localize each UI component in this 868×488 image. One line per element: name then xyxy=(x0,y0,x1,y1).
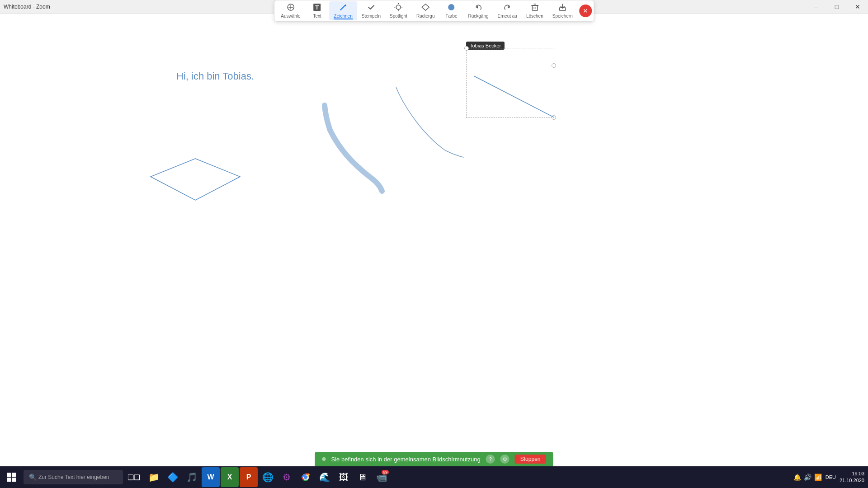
svg-text:T: T xyxy=(316,4,319,11)
canvas-text: Hi, ich bin Tobias. xyxy=(176,70,254,82)
start-button[interactable] xyxy=(2,467,22,487)
taskbar-time: 19:03 xyxy=(852,470,864,477)
taskbar-app-icons: 📁 🔷 🎵 W X P 🌐 ⚙ 🌊 🖼 🖥 📹 69 xyxy=(145,467,391,487)
toolbar-zeichnen-button[interactable]: Zeichnen xyxy=(330,1,357,20)
toolbar-auswahl-button[interactable]: Auswähle xyxy=(276,1,305,20)
taskbar-right: 🔔 🔊 📶 DEU 19:03 21.10.2020 xyxy=(790,466,868,488)
toolbar-stempeln-button[interactable]: Stempeln xyxy=(357,1,385,20)
taskbar-icon-edge[interactable]: 🌊 xyxy=(316,467,334,487)
svg-marker-21 xyxy=(151,159,240,200)
zoom-badge: 69 xyxy=(382,470,389,474)
screenshare-message: Sie befinden sich in der gemeinsamen Bil… xyxy=(331,456,481,463)
toolbar-spotlight-button[interactable]: Spotlight xyxy=(385,1,412,20)
toolbar-erneut-button[interactable]: Erneut au xyxy=(493,1,522,20)
taskbar-icon-excel[interactable]: X xyxy=(221,467,239,487)
taskbar-search[interactable]: 🔍 Zur Suche Text hier eingeben xyxy=(24,470,123,484)
svg-point-5 xyxy=(396,5,401,9)
toolbar-radieren-button[interactable]: Radiergu xyxy=(412,1,439,20)
toolbar-close-button[interactable]: ✕ xyxy=(579,5,592,17)
screenshare-notification: Sie befinden sich in der gemeinsamen Bil… xyxy=(315,452,553,466)
stempeln-icon xyxy=(367,3,375,13)
radieren-icon xyxy=(421,3,429,13)
selection-handle-br[interactable] xyxy=(552,115,556,120)
taskbar-icon-powerpoint[interactable]: P xyxy=(240,467,258,487)
toolbar-speichern-button[interactable]: Speichern xyxy=(548,1,577,20)
toolbar-rueckgaengig-button[interactable]: Rückgäng xyxy=(464,1,493,20)
selection-box[interactable] xyxy=(466,48,554,118)
window-controls: ─ □ ✕ xyxy=(806,0,868,14)
taskbar-icon-unknown5[interactable]: 🖥 xyxy=(354,467,372,487)
farbe-label: Farbe xyxy=(445,14,457,19)
taskbar-icon-unknown1[interactable]: 🔷 xyxy=(164,467,182,487)
spotlight-icon xyxy=(394,3,402,13)
toolbar-text-button[interactable]: T Text xyxy=(305,1,330,20)
svg-rect-24 xyxy=(12,473,16,477)
speichern-label: Speichern xyxy=(552,14,573,19)
maximize-button[interactable]: □ xyxy=(826,0,847,14)
taskbar-icon-spotify[interactable]: 🎵 xyxy=(183,467,201,487)
taskbar-icon-zoom[interactable]: 📹 69 xyxy=(373,467,391,487)
erneut-icon xyxy=(503,3,511,13)
zeichnen-icon xyxy=(339,3,347,13)
minimize-button[interactable]: ─ xyxy=(806,0,826,14)
loeschen-icon xyxy=(531,3,539,13)
taskbar-search-placeholder: Zur Suche Text hier eingeben xyxy=(38,474,109,480)
stempeln-label: Stempeln xyxy=(362,14,381,19)
window-title: Whiteboard - Zoom xyxy=(4,4,50,10)
loeschen-label: Löschen xyxy=(526,14,543,19)
erneut-label: Erneut au xyxy=(498,14,517,19)
text-icon: T xyxy=(313,3,321,13)
taskbar-icon-explorer[interactable]: 📁 xyxy=(145,467,163,487)
text-label: Text xyxy=(313,14,321,19)
auswahl-icon xyxy=(287,3,295,13)
taskbar: 🔍 Zur Suche Text hier eingeben ❑❑ 📁 🔷 🎵 … xyxy=(0,466,868,488)
whiteboard-toolbar: Auswähle T Text Zeichnen Stempeln Spotli… xyxy=(274,0,594,22)
network-icon[interactable]: 📶 xyxy=(814,474,822,481)
taskbar-icon-unknown4[interactable]: 🖼 xyxy=(335,467,353,487)
volume-icon[interactable]: 🔊 xyxy=(804,474,811,481)
farbe-icon xyxy=(448,3,456,13)
taskbar-icon-word[interactable]: W xyxy=(202,467,220,487)
taskbar-icon-unknown2[interactable]: 🌐 xyxy=(259,467,277,487)
taskbar-icon-chrome[interactable] xyxy=(297,467,315,487)
toolbar-farbe-button[interactable]: Farbe xyxy=(439,1,464,20)
rueckgaengig-icon xyxy=(474,3,482,13)
svg-rect-25 xyxy=(7,478,11,482)
notification-icon[interactable]: 🔔 xyxy=(793,474,801,481)
spotlight-label: Spotlight xyxy=(390,14,407,19)
taskbar-icon-unknown3[interactable]: ⚙ xyxy=(278,467,296,487)
taskview-button[interactable]: ❑❑ xyxy=(125,467,143,487)
selection-handle-end[interactable] xyxy=(552,63,556,68)
selection-handle-tl[interactable] xyxy=(464,46,469,51)
taskbar-date: 21.10.2020 xyxy=(840,477,864,484)
language-indicator[interactable]: DEU xyxy=(826,474,836,480)
svg-marker-10 xyxy=(422,4,429,10)
toolbar-loeschen-button[interactable]: Löschen xyxy=(522,1,548,20)
speichern-icon xyxy=(558,3,566,13)
zeichnen-label: Zeichnen xyxy=(334,14,353,19)
screenshare-info-button[interactable]: ? xyxy=(486,455,495,464)
screenshare-settings-button[interactable]: ⚙ xyxy=(500,455,509,464)
svg-rect-14 xyxy=(532,5,538,10)
svg-rect-23 xyxy=(7,473,11,477)
svg-rect-26 xyxy=(12,478,16,482)
whiteboard-canvas[interactable]: Hi, ich bin Tobias. Tobias Becker xyxy=(0,22,868,488)
drawing-layer xyxy=(0,22,868,488)
system-tray-icons: 🔔 🔊 📶 xyxy=(793,474,822,481)
auswahl-label: Auswähle xyxy=(281,14,300,19)
close-button[interactable]: ✕ xyxy=(847,0,868,14)
taskbar-clock[interactable]: 19:03 21.10.2020 xyxy=(840,470,864,484)
screenshare-indicator xyxy=(322,457,326,461)
radieren-label: Radiergu xyxy=(416,14,435,19)
rueckgaengig-label: Rückgäng xyxy=(468,14,489,19)
screenshare-stop-button[interactable]: Stoppen xyxy=(515,455,546,464)
svg-point-11 xyxy=(448,4,455,10)
